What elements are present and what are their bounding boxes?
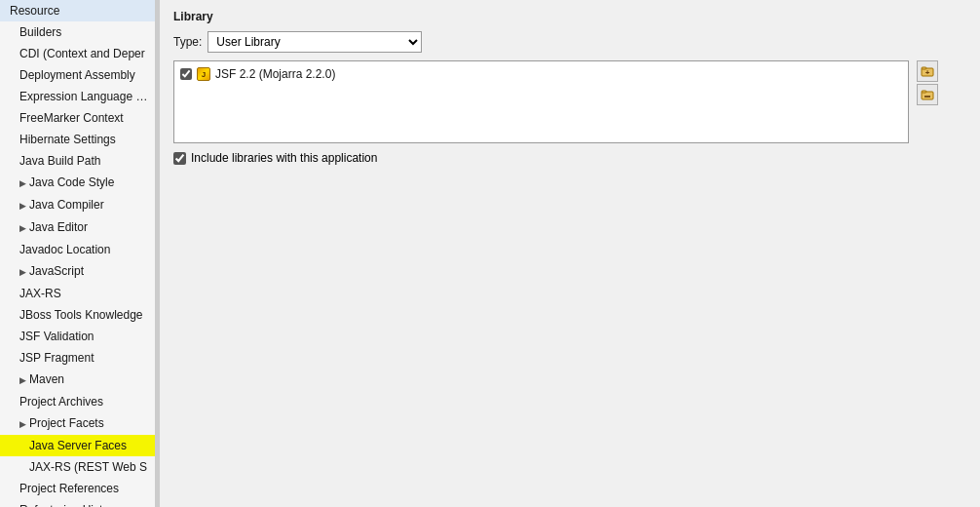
expand-arrow: ▶ (19, 267, 26, 277)
expand-arrow: ▶ (19, 178, 26, 188)
sidebar-item-java-code-style[interactable]: ▶Java Code Style (0, 172, 155, 194)
sidebar-item-label: Java Editor (29, 220, 88, 234)
svg-rect-4 (922, 91, 926, 93)
sidebar-item-freemarker[interactable]: FreeMarker Context (0, 107, 155, 129)
sidebar-item-java-server-faces[interactable]: Java Server Faces (0, 435, 155, 456)
sidebar-item-label: Java Code Style (29, 176, 114, 189)
sidebar-item-java-build-path[interactable]: Java Build Path (0, 150, 155, 172)
sidebar-item-jsp-fragment[interactable]: JSP Fragment (0, 347, 155, 369)
sidebar-item-maven[interactable]: ▶Maven (0, 369, 155, 391)
sidebar-item-label: Project Facets (29, 416, 104, 430)
sidebar-item-label: Project Archives (19, 395, 103, 409)
side-buttons: + (917, 60, 938, 105)
include-libraries-row: Include libraries with this application (173, 151, 966, 165)
library-list: J JSF 2.2 (Mojarra 2.2.0) (178, 65, 904, 83)
sidebar-item-expression[interactable]: Expression Language Va (0, 86, 155, 107)
sidebar-item-label: Javadoc Location (19, 243, 110, 256)
sidebar-item-label: JSP Fragment (19, 351, 94, 365)
main-content: Library Type: User LibraryImplementation… (160, 0, 980, 507)
sidebar-item-project-references[interactable]: Project References (0, 478, 155, 499)
library-icon: J (196, 66, 211, 82)
sidebar-item-javascript[interactable]: ▶JavaScript (0, 260, 155, 283)
sidebar-item-label: JAX-RS (19, 287, 61, 300)
include-libraries-label: Include libraries with this application (191, 151, 377, 165)
remove-library-button[interactable] (917, 84, 938, 105)
expand-arrow: ▶ (19, 375, 26, 385)
expand-arrow: ▶ (19, 223, 26, 233)
sidebar-item-label: JAX-RS (REST Web S (29, 460, 147, 474)
add-library-button[interactable]: + (917, 60, 938, 82)
sidebar-item-label: Refactoring History (19, 503, 119, 507)
sidebar-item-cdi[interactable]: CDI (Context and Deper (0, 43, 155, 64)
remove-icon (920, 87, 935, 102)
library-item: J JSF 2.2 (Mojarra 2.2.0) (178, 65, 904, 83)
library-box: J JSF 2.2 (Mojarra 2.2.0) (173, 60, 909, 143)
sidebar-item-resource[interactable]: Resource (0, 0, 155, 21)
sidebar-item-label: Maven (29, 372, 64, 386)
sidebar-item-jax-rs-web[interactable]: JAX-RS (REST Web S (0, 456, 155, 478)
expand-arrow: ▶ (19, 201, 26, 211)
sidebar-item-jsf-validation[interactable]: JSF Validation (0, 326, 155, 347)
sidebar-item-project-facets[interactable]: ▶Project Facets (0, 412, 155, 435)
sidebar: ResourceBuildersCDI (Context and DeperDe… (0, 0, 156, 507)
sidebar-item-label: JBoss Tools Knowledge (19, 308, 143, 322)
sidebar-item-label: Hibernate Settings (19, 133, 116, 146)
sidebar-item-builders[interactable]: Builders (0, 21, 155, 43)
sidebar-item-jboss[interactable]: JBoss Tools Knowledge (0, 304, 155, 326)
sidebar-item-label: Resource (10, 4, 59, 18)
library-item-checkbox[interactable] (180, 68, 192, 80)
sidebar-item-label: JavaScript (29, 264, 84, 278)
sidebar-item-label: Project References (19, 482, 119, 495)
type-label: Type: (173, 35, 202, 49)
sidebar-item-deployment[interactable]: Deployment Assembly (0, 64, 155, 86)
sidebar-item-hibernate[interactable]: Hibernate Settings (0, 129, 155, 150)
sidebar-item-label: Java Compiler (29, 198, 104, 212)
add-icon: + (920, 63, 935, 79)
sidebar-item-label: JSF Validation (19, 330, 94, 343)
sidebar-item-java-compiler[interactable]: ▶Java Compiler (0, 194, 155, 216)
library-item-name: JSF 2.2 (Mojarra 2.2.0) (215, 67, 335, 81)
sidebar-item-refactoring[interactable]: Refactoring History (0, 499, 155, 507)
sidebar-item-label: Deployment Assembly (19, 68, 135, 82)
sidebar-item-label: Builders (19, 25, 61, 39)
expand-arrow: ▶ (19, 419, 26, 429)
sidebar-item-project-archives[interactable]: Project Archives (0, 391, 155, 412)
svg-text:+: + (925, 68, 930, 77)
sidebar-item-javadoc[interactable]: Javadoc Location (0, 239, 155, 260)
type-row: Type: User LibraryImplementation Library (173, 31, 966, 53)
include-libraries-checkbox[interactable] (173, 152, 186, 165)
sidebar-item-label: CDI (Context and Deper (19, 47, 145, 60)
sidebar-item-label: FreeMarker Context (19, 111, 124, 125)
library-section-title: Library (173, 10, 966, 23)
sidebar-item-label: Java Server Faces (29, 439, 127, 452)
type-select[interactable]: User LibraryImplementation Library (207, 31, 422, 53)
sidebar-item-label: Expression Language Va (19, 90, 149, 103)
sidebar-item-jax-rs[interactable]: JAX-RS (0, 283, 155, 304)
sidebar-item-java-editor[interactable]: ▶Java Editor (0, 216, 155, 239)
sidebar-item-label: Java Build Path (19, 154, 100, 168)
